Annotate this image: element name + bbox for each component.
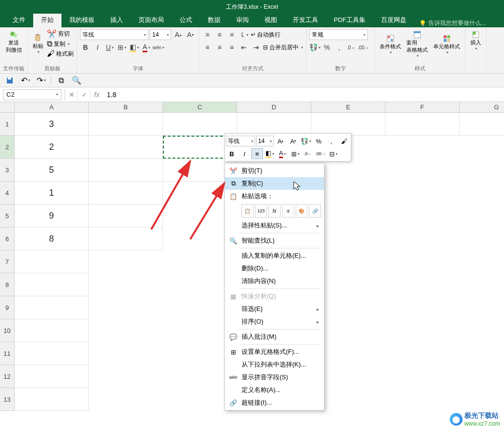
tab-insert[interactable]: 插入 xyxy=(102,13,131,27)
qat-btn-extra2[interactable]: 🔍 xyxy=(71,75,82,86)
col-header-B[interactable]: B xyxy=(89,102,163,113)
save-button[interactable] xyxy=(4,75,16,86)
tab-pdftools[interactable]: PDF工具集 xyxy=(326,13,373,27)
tab-file[interactable]: 文件 xyxy=(5,13,33,27)
border-button[interactable]: ⊞▾ xyxy=(117,42,127,53)
mini-italic[interactable]: I xyxy=(239,148,250,159)
paste-opt-link[interactable]: 🔗 xyxy=(309,204,321,218)
pinyin-button[interactable]: wén▾ xyxy=(153,42,164,53)
mini-decrease-decimal[interactable]: .00→ xyxy=(315,148,326,159)
col-header-C[interactable]: C xyxy=(163,102,237,113)
tab-view[interactable]: 视图 xyxy=(257,13,285,27)
align-right-button[interactable]: ≡ xyxy=(226,42,237,53)
tab-data[interactable]: 数据 xyxy=(200,13,228,27)
insert-button[interactable]: 插入▾ xyxy=(468,29,483,52)
cell-B3[interactable] xyxy=(89,159,163,182)
col-header-F[interactable]: F xyxy=(385,102,460,113)
row-header-1[interactable]: 1 xyxy=(0,113,15,136)
row-header-3[interactable]: 3 xyxy=(0,159,15,182)
col-header-A[interactable]: A xyxy=(15,102,89,113)
cm-copy[interactable]: ⧉ 复制(C) xyxy=(225,177,324,190)
underline-button[interactable]: U▾ xyxy=(104,42,115,53)
mini-size-combo[interactable]: 14▾ xyxy=(256,136,274,146)
decrease-decimal-button[interactable]: .00→ xyxy=(358,42,369,53)
cell-A1[interactable]: 3 xyxy=(15,113,89,136)
cell-G1[interactable] xyxy=(460,113,504,136)
cell-B5[interactable] xyxy=(89,205,163,227)
mini-font-combo[interactable]: 等线▾ xyxy=(226,136,255,146)
redo-button[interactable]: ↷▾ xyxy=(35,75,47,86)
select-all-corner[interactable] xyxy=(0,102,15,113)
row-header-9[interactable]: 9 xyxy=(0,296,15,319)
cm-smart-lookup[interactable]: 🔍 智能查找(L) xyxy=(225,234,324,247)
undo-button[interactable]: ↶▾ xyxy=(20,75,31,86)
cell-A8[interactable] xyxy=(15,273,89,296)
row-header-8[interactable]: 8 xyxy=(0,273,15,296)
cm-cut[interactable]: ✂️ 剪切(T) xyxy=(225,164,324,177)
row-header-5[interactable]: 5 xyxy=(0,205,15,227)
tab-home[interactable]: 开始 xyxy=(33,13,61,27)
align-bottom-button[interactable]: ≡ xyxy=(226,29,237,40)
paste-opt-values[interactable]: 123 xyxy=(255,204,267,218)
cell-A2[interactable]: 2 xyxy=(15,136,89,159)
col-header-G[interactable]: G xyxy=(460,102,504,113)
cell-A9[interactable] xyxy=(15,296,89,319)
mini-font-color[interactable]: A▾ xyxy=(277,148,288,159)
row-header-7[interactable]: 7 xyxy=(0,250,15,273)
cell-A12[interactable] xyxy=(15,365,89,388)
cm-paste-special[interactable]: 选择性粘贴(S)... ▸ xyxy=(225,219,324,232)
name-box[interactable]: C2▾ xyxy=(3,89,61,100)
enter-button[interactable]: ✓ xyxy=(78,89,90,100)
cell-C1[interactable] xyxy=(163,113,237,136)
decrease-indent-button[interactable]: ⇤ xyxy=(239,42,249,53)
row-header-13[interactable]: 13 xyxy=(0,388,15,411)
col-header-D[interactable]: D xyxy=(237,102,311,113)
col-header-E[interactable]: E xyxy=(311,102,385,113)
align-center-button[interactable]: ≡ xyxy=(214,42,225,53)
mini-comma[interactable]: , xyxy=(325,136,337,146)
cut-button[interactable]: ✂️剪切 xyxy=(47,29,74,39)
paste-opt-formulas[interactable]: fx xyxy=(268,204,281,218)
paste-opt-default[interactable]: 📋 xyxy=(242,204,254,218)
row-header-4[interactable]: 4 xyxy=(0,182,15,205)
cancel-button[interactable]: ✕ xyxy=(65,89,78,100)
format-painter-button[interactable]: 🖌格式刷 xyxy=(47,49,74,58)
qat-btn-extra1[interactable]: ⧉ xyxy=(55,75,67,86)
increase-decimal-button[interactable]: .0← xyxy=(346,42,357,53)
paste-opt-transpose[interactable]: ⤭ xyxy=(282,204,294,218)
copy-button[interactable]: ⧉复制▾ xyxy=(47,40,74,48)
cell-B6[interactable] xyxy=(89,227,163,250)
cm-sort[interactable]: 排序(O) ▸ xyxy=(225,315,324,328)
cell-F1[interactable] xyxy=(385,113,460,136)
increase-indent-button[interactable]: ⇥ xyxy=(251,42,262,53)
cell-B4[interactable] xyxy=(89,182,163,205)
cell-E1[interactable] xyxy=(311,113,385,136)
row-header-12[interactable]: 12 xyxy=(0,365,15,388)
cell-styles-button[interactable]: 单元格样式▾ xyxy=(431,33,462,56)
cell-A7[interactable] xyxy=(15,250,89,273)
cell-A11[interactable] xyxy=(15,342,89,365)
align-middle-button[interactable]: ≡ xyxy=(214,29,225,40)
align-left-button[interactable]: ≡ xyxy=(202,42,213,53)
increase-font-button[interactable]: A▴ xyxy=(173,29,183,40)
cm-hyperlink[interactable]: 🔗 超链接(I)... xyxy=(225,396,324,409)
mini-decrease-font[interactable]: A▾ xyxy=(287,136,299,146)
fx-button[interactable]: fx xyxy=(90,89,103,100)
merge-center-button[interactable]: ⊟合并后居中▾ xyxy=(263,43,303,52)
wrap-text-button[interactable]: ↵自动换行 xyxy=(251,31,281,39)
cm-clear[interactable]: 清除内容(N) xyxy=(225,275,324,287)
mini-border[interactable]: ⊞▾ xyxy=(289,148,301,159)
cell-B1[interactable] xyxy=(89,113,163,136)
row-header-6[interactable]: 6 xyxy=(0,227,15,250)
font-color-button[interactable]: A▾ xyxy=(141,42,152,53)
tell-me-input[interactable]: 💡 告诉我您想要做什么... xyxy=(419,19,486,27)
decrease-font-button[interactable]: A▾ xyxy=(185,29,196,40)
mini-merge[interactable]: ⊟▾ xyxy=(327,148,339,159)
cell-B2[interactable] xyxy=(89,136,163,159)
paste-opt-formatting[interactable]: 🎨 xyxy=(296,204,308,218)
row-header-10[interactable]: 10 xyxy=(0,319,15,342)
orientation-button[interactable]: ⤹▾ xyxy=(239,29,249,40)
cm-insert-copied[interactable]: 插入复制的单元格(E)... xyxy=(225,249,324,262)
conditional-format-button[interactable]: 条件格式▾ xyxy=(378,33,403,56)
cm-define-name[interactable]: 定义名称(A)... xyxy=(225,384,324,396)
